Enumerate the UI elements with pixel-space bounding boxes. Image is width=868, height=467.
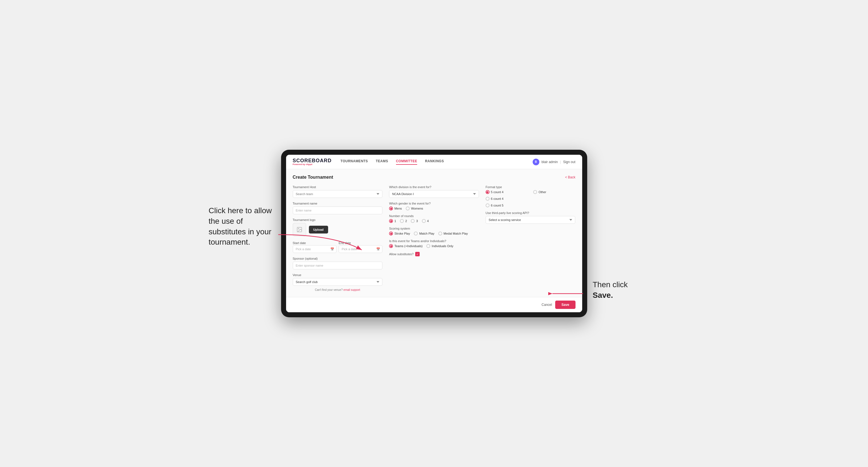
radio-rounds-2-indicator <box>400 219 404 223</box>
rounds-2[interactable]: 2 <box>400 219 407 223</box>
annotation-left: Click here to allow the use of substitut… <box>209 206 276 247</box>
division-group: Which division is the event for? NCAA Di… <box>389 185 479 198</box>
radio-6count5-indicator <box>486 204 490 207</box>
substitutes-group: Allow substitutes? ✓ <box>389 252 479 256</box>
nav-teams[interactable]: TEAMS <box>376 159 388 165</box>
radio-medal-indicator <box>438 231 442 236</box>
scoring-label: Scoring system <box>389 227 479 230</box>
format-6count5[interactable]: 6 count 5 <box>486 204 528 207</box>
format-6count4[interactable]: 6 count 4 <box>486 197 528 201</box>
format-type-label: Format type <box>486 185 576 189</box>
radio-stroke-indicator <box>389 231 393 236</box>
rounds-3[interactable]: 3 <box>411 219 418 223</box>
navbar: SCOREBOARD Powered by clippd TOURNAMENTS… <box>286 155 582 169</box>
format-other[interactable]: Other <box>533 190 575 194</box>
gender-mens[interactable]: Mens <box>389 207 402 210</box>
rounds-radio-group: 1 2 3 <box>389 219 479 223</box>
tournament-logo-label: Tournament logo <box>293 218 383 221</box>
event-individuals-only[interactable]: Individuals Only <box>426 244 453 248</box>
format-type-group: Format type 5 count 4 Other <box>486 185 576 207</box>
tournament-host-label: Tournament Host <box>293 185 383 189</box>
page-title: Create Tournament <box>293 175 333 180</box>
rounds-label: Number of rounds <box>389 214 479 218</box>
back-button[interactable]: < Back <box>565 175 575 179</box>
format-options: 5 count 4 Other 6 count 4 <box>486 190 576 207</box>
arrow-right-annotation <box>548 287 584 301</box>
avatar: B <box>533 159 539 165</box>
logo-scoreboard: SCOREBOARD <box>293 158 332 163</box>
nav-rankings[interactable]: RANKINGS <box>425 159 444 165</box>
tournament-name-label: Tournament name <box>293 202 383 205</box>
division-select[interactable]: NCAA Division I <box>389 190 479 198</box>
venue-group: Venue Search golf club Can't find your v… <box>293 273 383 291</box>
gender-group: Which gender is the event for? Mens Wome… <box>389 202 479 210</box>
allow-substitutes-item: Allow substitutes? ✓ <box>389 252 479 256</box>
scoring-match-play[interactable]: Match Play <box>414 231 434 236</box>
radio-mens-indicator <box>389 207 393 210</box>
radio-individuals-indicator <box>426 244 430 248</box>
form-section-right: Format type 5 count 4 Other <box>486 185 576 291</box>
radio-rounds-1-indicator <box>389 219 393 223</box>
radio-other-indicator <box>533 190 537 194</box>
scoring-service-label: Use third-party live scoring API? <box>486 211 576 215</box>
nav-committee[interactable]: COMMITTEE <box>396 159 417 165</box>
gender-womens[interactable]: Womens <box>406 207 423 210</box>
tournament-name-input[interactable] <box>293 207 383 214</box>
event-teams[interactable]: Teams (+Individuals) <box>389 244 423 248</box>
radio-5count4-indicator <box>486 190 490 194</box>
rounds-group: Number of rounds 1 2 <box>389 214 479 223</box>
event-for-group: Is this event for Teams and/or Individua… <box>389 239 479 248</box>
radio-match-indicator <box>414 231 418 236</box>
nav-username: blair admin <box>541 160 558 164</box>
venue-help: Can't find your venue? email support <box>293 288 383 291</box>
cancel-button[interactable]: Cancel <box>541 303 552 307</box>
logo-powered: Powered by clippd <box>293 163 332 166</box>
event-for-radio-group: Teams (+Individuals) Individuals Only <box>389 244 479 248</box>
venue-label: Venue <box>293 273 383 277</box>
format-5count4[interactable]: 5 count 4 <box>486 190 528 194</box>
calendar-icon-end: 📅 <box>376 247 380 251</box>
email-support-link[interactable]: email support <box>343 288 360 291</box>
venue-select[interactable]: Search golf club <box>293 278 383 286</box>
scoring-group: Scoring system Stroke Play Match Play <box>389 227 479 236</box>
annotation-right: Then click Save. <box>593 279 648 301</box>
sponsor-input[interactable] <box>293 261 383 270</box>
scoring-radio-group: Stroke Play Match Play Medal Match Play <box>389 231 479 236</box>
scoring-service-select[interactable]: Select a scoring service <box>486 216 576 224</box>
nav-right: B blair admin | Sign out <box>533 159 576 165</box>
radio-womens-indicator <box>406 207 410 210</box>
radio-teams-indicator <box>389 244 393 248</box>
page-footer: Cancel Save <box>286 297 582 312</box>
sponsor-label: Sponsor (optional) <box>293 257 383 260</box>
gender-label: Which gender is the event for? <box>389 202 479 205</box>
substitutes-label: Allow substitutes? <box>389 252 413 256</box>
rounds-4[interactable]: 4 <box>422 219 429 223</box>
event-for-label: Is this event for Teams and/or Individua… <box>389 239 479 243</box>
radio-6count4-indicator <box>486 197 490 201</box>
arrow-left-annotation <box>278 232 367 254</box>
nav-links: TOURNAMENTS TEAMS COMMITTEE RANKINGS <box>341 159 533 165</box>
save-button[interactable]: Save <box>555 301 575 309</box>
tournament-host-group: Tournament Host <box>293 185 383 198</box>
allow-substitutes-checkbox[interactable]: ✓ <box>415 252 420 256</box>
sign-out-link[interactable]: Sign out <box>563 160 575 164</box>
rounds-1[interactable]: 1 <box>389 219 396 223</box>
gender-radio-group: Mens Womens <box>389 207 479 210</box>
page-header: Create Tournament < Back <box>293 175 576 180</box>
tournament-name-group: Tournament name <box>293 202 383 214</box>
scoring-medal-match[interactable]: Medal Match Play <box>438 231 468 236</box>
svg-point-4 <box>298 228 299 229</box>
scoring-service-group: Use third-party live scoring API? Select… <box>486 211 576 224</box>
form-section-middle: Which division is the event for? NCAA Di… <box>389 185 479 291</box>
sponsor-group: Sponsor (optional) <box>293 257 383 270</box>
scoring-stroke-play[interactable]: Stroke Play <box>389 231 410 236</box>
radio-rounds-3-indicator <box>411 219 415 223</box>
radio-rounds-4-indicator <box>422 219 426 223</box>
logo-area: SCOREBOARD Powered by clippd <box>293 158 332 166</box>
nav-tournaments[interactable]: TOURNAMENTS <box>341 159 368 165</box>
tournament-host-input[interactable] <box>293 190 383 198</box>
division-label: Which division is the event for? <box>389 185 479 189</box>
